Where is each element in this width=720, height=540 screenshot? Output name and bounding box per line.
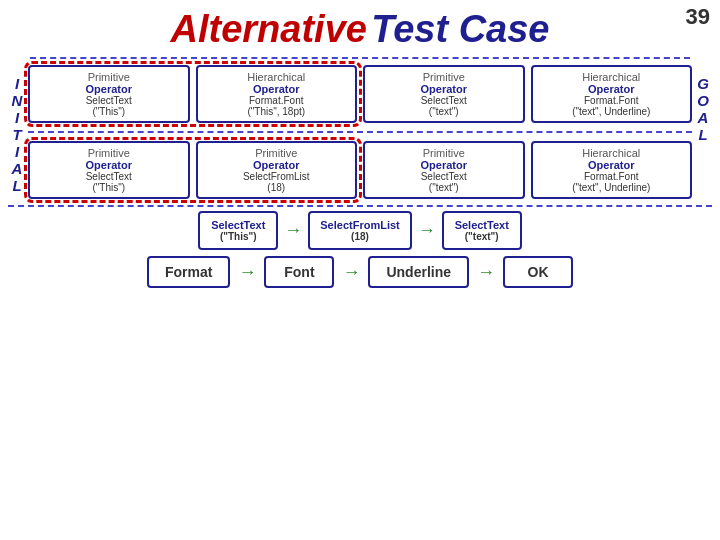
box7-type: Primitive bbox=[423, 147, 465, 159]
page-number: 39 bbox=[686, 4, 710, 30]
goal-label: GOAL bbox=[692, 65, 714, 199]
box5-op: SelectText bbox=[86, 171, 132, 182]
bottom-op3: SelectText bbox=[454, 219, 510, 231]
box2-name: Operator bbox=[253, 83, 299, 95]
title-alternative: Alternative bbox=[171, 8, 367, 50]
box4-name: Operator bbox=[588, 83, 634, 95]
box8-op: Format.Font bbox=[584, 171, 638, 182]
box4-type: Hierarchical bbox=[582, 71, 640, 83]
bottom-detail2: (18) bbox=[320, 231, 399, 242]
title-divider bbox=[30, 57, 690, 59]
page-title: Alternative Test Case bbox=[0, 0, 720, 55]
title-test-case: Test Case bbox=[371, 8, 549, 50]
box5-detail: ("This") bbox=[92, 182, 125, 193]
box8-name: Operator bbox=[588, 159, 634, 171]
box6-op: SelectFromList bbox=[243, 171, 310, 182]
box1-op: SelectText bbox=[86, 95, 132, 106]
bottom-box1: SelectText ("This") bbox=[198, 211, 278, 250]
box1-name: Operator bbox=[86, 83, 132, 95]
row2-box4: Hierarchical Operator Format.Font ("text… bbox=[531, 141, 693, 199]
box3-name: Operator bbox=[421, 83, 467, 95]
row1-box1: Primitive Operator SelectText ("This") bbox=[28, 65, 190, 123]
box2-detail: ("This", 18pt) bbox=[247, 106, 305, 117]
box5-name: Operator bbox=[86, 159, 132, 171]
underline-button[interactable]: Underline bbox=[368, 256, 469, 288]
row2-box3: Primitive Operator SelectText ("text") bbox=[363, 141, 525, 199]
arrow-underline-ok: → bbox=[477, 262, 495, 283]
box7-detail: ("text") bbox=[429, 182, 459, 193]
bottom-box2: SelectFromList (18) bbox=[308, 211, 411, 250]
operator-grid: Primitive Operator SelectText ("This") H… bbox=[28, 65, 692, 199]
row-1: Primitive Operator SelectText ("This") H… bbox=[28, 65, 692, 123]
ok-button[interactable]: OK bbox=[503, 256, 573, 288]
box6-detail: (18) bbox=[267, 182, 285, 193]
box4-op: Format.Font bbox=[584, 95, 638, 106]
arrow-font-underline: → bbox=[342, 262, 360, 283]
row1-box3: Primitive Operator SelectText ("text") bbox=[363, 65, 525, 123]
box1-detail: ("This") bbox=[92, 106, 125, 117]
bottom-detail3: ("text") bbox=[454, 231, 510, 242]
bottom-op2: SelectFromList bbox=[320, 219, 399, 231]
box3-type: Primitive bbox=[423, 71, 465, 83]
initial-label: INITIAL bbox=[6, 65, 28, 199]
bottom-op1: SelectText bbox=[210, 219, 266, 231]
row1-box2: Hierarchical Operator Format.Font ("This… bbox=[196, 65, 358, 123]
arrow-1: → bbox=[284, 220, 302, 241]
arrow-2: → bbox=[418, 220, 436, 241]
box1-type: Primitive bbox=[88, 71, 130, 83]
row1-box4: Hierarchical Operator Format.Font ("text… bbox=[531, 65, 693, 123]
row2-box1: Primitive Operator SelectText ("This") bbox=[28, 141, 190, 199]
box7-op: SelectText bbox=[421, 171, 467, 182]
arrow-format-font: → bbox=[238, 262, 256, 283]
box8-type: Hierarchical bbox=[582, 147, 640, 159]
box4-detail: ("text", Underline) bbox=[572, 106, 650, 117]
font-button[interactable]: Font bbox=[264, 256, 334, 288]
box2-type: Hierarchical bbox=[247, 71, 305, 83]
button-row: Format → Font → Underline → OK bbox=[0, 256, 720, 288]
box6-name: Operator bbox=[253, 159, 299, 171]
box6-type: Primitive bbox=[255, 147, 297, 159]
box8-detail: ("text", Underline) bbox=[572, 182, 650, 193]
section-divider bbox=[8, 205, 712, 207]
box7-name: Operator bbox=[421, 159, 467, 171]
row2-box2: Primitive Operator SelectFromList (18) bbox=[196, 141, 358, 199]
bottom-operator-row: SelectText ("This") → SelectFromList (18… bbox=[0, 211, 720, 250]
box2-op: Format.Font bbox=[249, 95, 303, 106]
box5-type: Primitive bbox=[88, 147, 130, 159]
box3-detail: ("text") bbox=[429, 106, 459, 117]
row-2: Primitive Operator SelectText ("This") P… bbox=[28, 141, 692, 199]
format-button[interactable]: Format bbox=[147, 256, 230, 288]
bottom-detail1: ("This") bbox=[210, 231, 266, 242]
bottom-box3: SelectText ("text") bbox=[442, 211, 522, 250]
box3-op: SelectText bbox=[421, 95, 467, 106]
